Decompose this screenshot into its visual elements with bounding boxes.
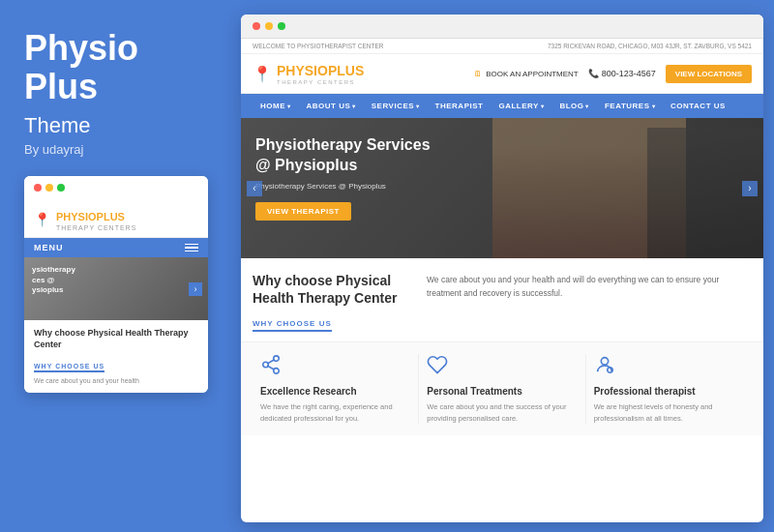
why-description: We care about you and your health and wi… xyxy=(427,272,752,332)
nav-blog[interactable]: BLOG ▾ xyxy=(551,94,597,118)
share-icon xyxy=(260,354,410,380)
mobile-hero-text: ysiotherapy ces @ ysioplus xyxy=(32,265,75,295)
features-section: Excellence Research We have the right ca… xyxy=(241,341,763,435)
mobile-why-title: Why choose Physical Health Therapy Cente… xyxy=(34,328,198,350)
feature-excellence-desc: We have the right caring, experience and… xyxy=(260,401,410,424)
nav-about[interactable]: ABOUT US ▾ xyxy=(299,94,364,118)
browser-chrome xyxy=(241,15,763,39)
logo-text: PHYSIOPLUS xyxy=(277,63,364,78)
svg-point-1 xyxy=(263,363,269,369)
why-sub-label: WHY CHOOSE US xyxy=(253,319,332,332)
hero-subtitle: Physiotherapy Services @ Physioplus xyxy=(255,182,449,191)
mobile-body-text: We care about you and your health xyxy=(34,376,198,386)
dot-yellow xyxy=(45,184,53,192)
hero-next-arrow[interactable]: › xyxy=(742,181,758,196)
svg-point-2 xyxy=(274,369,280,374)
mobile-preview-card: 📍 PHYSIOPLUS THERAPY CENTERS MENU ysioth… xyxy=(24,176,208,393)
site-logo: 📍 PHYSIOPLUS THERAPY CENTERS xyxy=(253,62,364,85)
pin-icon: 📍 xyxy=(34,212,50,227)
header-right: 🗓 BOOK AN APPOINTMENT 📞 800-123-4567 VIE… xyxy=(474,65,752,83)
browser-dot-green xyxy=(278,22,285,30)
feature-excellence: Excellence Research We have the right ca… xyxy=(253,354,419,424)
mobile-logo-area: 📍 PHYSIOPLUS THERAPY CENTERS xyxy=(24,199,208,238)
svg-point-0 xyxy=(274,356,280,362)
heart-icon xyxy=(427,354,577,380)
mobile-brand: PHYSIOPLUS xyxy=(56,211,125,222)
site-topbar: WELCOME TO PHYSIOTHERAPIST CENTER 7325 R… xyxy=(241,39,763,54)
mobile-bottom-section: Why choose Physical Health Therapy Cente… xyxy=(24,320,208,393)
mobile-hero: ysiotherapy ces @ ysioplus › xyxy=(24,257,208,320)
nav-services[interactable]: SERVICES ▾ xyxy=(364,94,428,118)
nav-features[interactable]: FEATURES ▾ xyxy=(597,94,663,118)
dot-red xyxy=(34,184,42,192)
mobile-why-sub: WHY CHOOSE US xyxy=(34,363,104,372)
app-title: Physio Plus xyxy=(24,29,213,105)
nav-therapist[interactable]: THERAPIST xyxy=(428,94,491,118)
browser-dot-red xyxy=(253,22,260,30)
view-locations-button[interactable]: VIEW LOCATIONS xyxy=(666,65,752,83)
phone-number: 📞 800-123-4567 xyxy=(588,69,656,78)
logo-sub: THERAPY CENTERS xyxy=(277,79,364,85)
feature-personal-desc: We care about you and the success of you… xyxy=(427,401,577,424)
why-section: Why choose Physical Health Therapy Cente… xyxy=(241,258,763,341)
feature-personal: Personal Treatments We care about you an… xyxy=(419,354,585,424)
feature-professional: Professional therapist We are highest le… xyxy=(586,354,752,424)
person-icon xyxy=(594,354,744,380)
dot-green xyxy=(57,184,65,192)
left-panel: Physio Plus Theme By udayraj 📍 PHYSIOPLU… xyxy=(0,0,237,532)
calendar-icon: 🗓 xyxy=(474,70,482,78)
desktop-preview: WELCOME TO PHYSIOTHERAPIST CENTER 7325 R… xyxy=(241,15,763,522)
why-left: Why choose Physical Health Therapy Cente… xyxy=(253,272,407,332)
mobile-browser-chrome xyxy=(24,176,208,199)
view-therapist-button[interactable]: VIEW THERAPIST xyxy=(255,202,351,221)
svg-line-4 xyxy=(268,360,274,364)
nav-contact[interactable]: CONTACT US xyxy=(663,94,733,118)
app-author: By udayraj xyxy=(24,142,213,157)
feature-excellence-title: Excellence Research xyxy=(260,386,410,397)
why-title: Why choose Physical Health Therapy Cente… xyxy=(253,272,407,307)
mobile-brand-sub: THERAPY CENTERS xyxy=(56,224,136,231)
hero-section: Physiotherapy Services @ Physioplus Phys… xyxy=(241,118,763,258)
feature-professional-title: Professional therapist xyxy=(594,386,744,397)
topbar-welcome: WELCOME TO PHYSIOTHERAPIST CENTER xyxy=(253,43,383,49)
site-nav: HOME ▾ ABOUT US ▾ SERVICES ▾ THERAPIST G… xyxy=(241,94,763,118)
hero-content: Physiotherapy Services @ Physioplus Phys… xyxy=(255,135,449,221)
phone-icon: 📞 xyxy=(588,69,599,78)
hero-prev-arrow[interactable]: ‹ xyxy=(247,181,262,196)
hero-title: Physiotherapy Services @ Physioplus xyxy=(255,135,449,176)
hamburger-icon[interactable] xyxy=(185,244,198,252)
mobile-menu-label: MENU xyxy=(34,243,64,252)
feature-professional-desc: We are highest levels of honesty and pro… xyxy=(594,401,744,424)
appointment-link[interactable]: 🗓 BOOK AN APPOINTMENT xyxy=(474,70,579,78)
site-header: 📍 PHYSIOPLUS THERAPY CENTERS 🗓 BOOK AN A… xyxy=(241,54,763,94)
topbar-address: 7325 RICKEVAN ROAD, CHICAGO, M03 43JR, S… xyxy=(548,43,752,49)
svg-point-5 xyxy=(601,358,608,365)
svg-line-3 xyxy=(268,367,274,370)
feature-personal-title: Personal Treatments xyxy=(427,386,577,397)
browser-dot-yellow xyxy=(265,22,273,30)
nav-gallery[interactable]: GALLERY ▾ xyxy=(491,94,551,118)
logo-pin-icon: 📍 xyxy=(253,65,272,83)
mobile-menu-bar: MENU xyxy=(24,238,208,257)
mobile-hero-arrow-right[interactable]: › xyxy=(189,282,202,296)
nav-home[interactable]: HOME ▾ xyxy=(253,94,299,118)
app-subtitle: Theme xyxy=(24,113,213,138)
